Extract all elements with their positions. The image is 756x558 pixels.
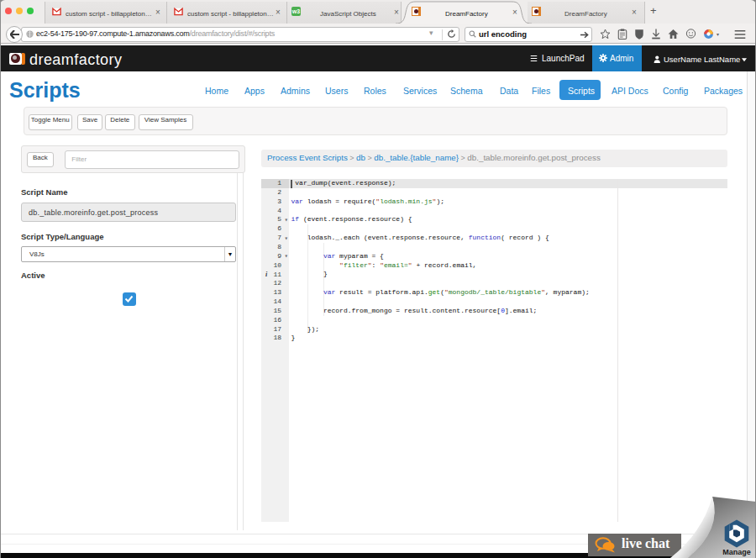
svg-text:Manage: Manage <box>722 548 751 556</box>
